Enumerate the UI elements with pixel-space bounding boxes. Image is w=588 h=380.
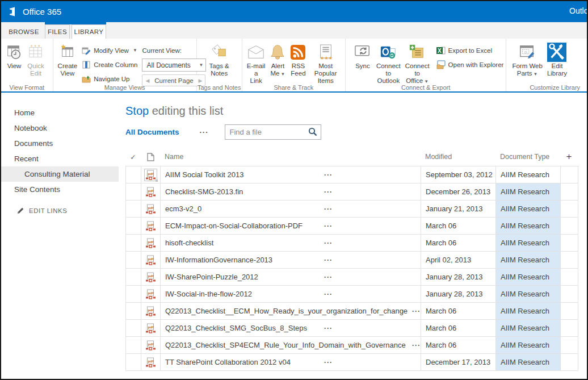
modify-view-button[interactable]: Modify View▼ — [82, 43, 137, 57]
tab-files[interactable]: FILES — [45, 24, 70, 39]
row-select-cell[interactable] — [126, 252, 141, 269]
file-name-cell[interactable]: IW-SharePoint-Puzzle_2012··· — [161, 269, 421, 286]
row-select-cell[interactable] — [126, 201, 141, 218]
row-select-cell[interactable] — [126, 183, 141, 201]
open-menu-ellipsis[interactable]: ··· — [324, 239, 333, 247]
file-name-cell[interactable]: hisoft-checklist··· — [161, 235, 421, 252]
open-menu-ellipsis[interactable]: ··· — [324, 290, 333, 298]
table-row[interactable]: pdfecm3-v2_0···January 21, 2013AIIM Rese… — [126, 201, 579, 218]
modified-column-header[interactable]: Modified — [421, 153, 495, 161]
open-menu-ellipsis[interactable]: ··· — [324, 205, 333, 213]
row-select-cell[interactable] — [126, 235, 141, 252]
file-type-cell[interactable]: pdf — [141, 354, 161, 371]
table-row[interactable]: pdfAIIM Social Toolkit 2013···September … — [126, 166, 579, 183]
file-type-cell[interactable]: pdf — [141, 337, 161, 354]
doc-type-cell[interactable]: AIIM Research — [496, 337, 561, 354]
tab-library[interactable]: LIBRARY — [72, 24, 106, 39]
sync-button[interactable]: Sync — [351, 41, 374, 79]
file-type-cell[interactable]: pdf — [141, 303, 161, 320]
connect-to-office-button[interactable]: Connect toOffice▼ — [403, 41, 432, 79]
file-type-cell[interactable]: pdf — [141, 235, 161, 252]
file-type-cell[interactable]: pdf — [141, 286, 161, 303]
row-select-cell[interactable] — [126, 303, 141, 320]
file-name-cell[interactable]: Checklist-SMG-2013.fin··· — [161, 183, 421, 201]
office365-brand[interactable]: Office 365 — [9, 7, 61, 16]
tags-notes-button[interactable]: Tags &Notes — [207, 41, 232, 79]
view-options-ellipsis[interactable]: ··· — [200, 128, 209, 136]
row-select-cell[interactable] — [126, 337, 141, 354]
select-all-checkmark[interactable]: ✓ — [125, 153, 141, 161]
email-link-button[interactable]: E-mail aLink — [245, 41, 268, 79]
open-menu-ellipsis[interactable]: ··· — [324, 222, 333, 230]
file-name-cell[interactable]: ECM-Impact-on-Social-Collaboration-PDF··… — [161, 218, 421, 235]
add-column-button[interactable]: + — [560, 151, 578, 162]
stop-editing-link[interactable]: Stop editing this list — [125, 105, 587, 118]
open-menu-ellipsis[interactable]: ··· — [324, 273, 333, 281]
doc-type-cell[interactable]: AIIM Research — [496, 252, 561, 269]
table-row[interactable]: pdfQ22013_Checklist_SP4ECM_Rule_Your_Inf… — [126, 337, 579, 354]
table-row[interactable]: pdfIW-Social-in-the-flow-2012···January … — [126, 286, 579, 303]
most-popular-items-button[interactable]: ★★★ Most PopularItems — [308, 41, 342, 79]
open-menu-ellipsis[interactable]: ··· — [324, 188, 333, 196]
row-select-cell[interactable] — [126, 354, 141, 371]
table-row[interactable]: pdfIW-InformationGovernance-2013···April… — [126, 252, 579, 269]
file-name-cell[interactable]: ecm3-v2_0··· — [161, 201, 421, 218]
file-name-cell[interactable]: IW-InformationGovernance-2013··· — [161, 252, 421, 269]
file-type-column-header[interactable] — [141, 153, 160, 161]
outlook-link[interactable]: Outlook — [569, 6, 588, 15]
tab-browse[interactable]: BROWSE — [9, 24, 39, 39]
file-type-cell[interactable]: pdf — [141, 183, 161, 201]
sidebar-item-documents[interactable]: Documents — [1, 136, 119, 151]
create-view-button[interactable]: CreateView — [56, 41, 80, 79]
doc-type-cell[interactable]: AIIM Research — [496, 354, 561, 371]
doc-type-cell[interactable]: AIIM Research — [496, 201, 561, 218]
doc-type-cell[interactable]: AIIM Research — [496, 320, 561, 337]
sidebar-item-home[interactable]: Home — [1, 105, 119, 120]
row-select-cell[interactable] — [126, 166, 141, 183]
connect-to-outlook-button[interactable]: Connect toOutlook — [374, 41, 403, 79]
file-name-cell[interactable]: Q22013_Checklist_SP4ECM_Rule_Your_Info_D… — [161, 337, 421, 354]
doc-type-cell[interactable]: AIIM Research — [496, 269, 561, 286]
row-select-cell[interactable] — [126, 269, 141, 286]
row-select-cell[interactable] — [126, 320, 141, 337]
doc-type-cell[interactable]: AIIM Research — [496, 303, 561, 320]
edit-library-button[interactable]: EditLibrary — [545, 41, 569, 79]
sidebar-item-site-contents[interactable]: Site Contents — [1, 182, 119, 197]
edit-links-button[interactable]: EDIT LINKS — [1, 207, 119, 215]
file-type-cell[interactable]: pdf — [141, 166, 161, 183]
table-row[interactable]: pdfECM-Impact-on-Social-Collaboration-PD… — [126, 218, 579, 235]
sidebar-item-notebook[interactable]: Notebook — [1, 120, 119, 136]
table-row[interactable]: pdfTT SharePoint Collaboration 2012 v04·… — [126, 354, 579, 371]
file-type-cell[interactable]: pdf — [141, 269, 161, 286]
file-name-cell[interactable]: TT SharePoint Collaboration 2012 v04··· — [161, 354, 421, 371]
search-input[interactable] — [225, 128, 345, 136]
rss-feed-button[interactable]: RSSFeed — [288, 41, 308, 79]
file-type-cell[interactable]: pdf — [141, 320, 161, 337]
doc-type-cell[interactable]: AIIM Research — [496, 218, 561, 235]
quick-edit-button[interactable]: QuickEdit — [25, 41, 47, 79]
file-name-cell[interactable]: IW-Social-in-the-flow-2012··· — [161, 286, 421, 303]
file-type-cell[interactable]: pdf — [141, 201, 161, 218]
sidebar-item-consulting-material[interactable]: Consulting Material — [1, 166, 119, 182]
doc-type-cell[interactable]: AIIM Research — [496, 183, 561, 201]
doc-type-cell[interactable]: AIIM Research — [496, 235, 561, 252]
previous-page-icon[interactable]: ◀ — [145, 78, 149, 83]
file-name-cell[interactable]: Q22013_Checklist__ECM_How_Ready_is_your_… — [161, 303, 421, 320]
table-row[interactable]: pdfhisoft-checklist···March 06AIIM Resea… — [126, 235, 579, 252]
table-row[interactable]: pdfChecklist-SMG-2013.fin···December 26,… — [126, 183, 579, 201]
row-select-cell[interactable] — [126, 286, 141, 303]
table-row[interactable]: pdfQ22013_Checklist_SMG_SocBus_8_Steps··… — [126, 320, 579, 337]
open-menu-ellipsis[interactable]: ··· — [324, 358, 333, 366]
file-name-cell[interactable]: Q22013_Checklist_SMG_SocBus_8_Steps··· — [161, 320, 421, 337]
open-menu-ellipsis[interactable]: ··· — [412, 341, 421, 349]
export-to-excel-button[interactable]: X Export to Excel — [436, 43, 504, 57]
open-with-explorer-button[interactable]: Open with Explorer — [436, 57, 504, 72]
row-select-cell[interactable] — [126, 218, 141, 235]
open-menu-ellipsis[interactable]: ··· — [324, 324, 333, 332]
file-type-cell[interactable]: pdf — [141, 252, 161, 269]
form-web-parts-button[interactable]: :O: Form WebParts▼ — [510, 41, 544, 79]
search-icon[interactable] — [308, 127, 317, 136]
open-menu-ellipsis[interactable]: ··· — [324, 256, 333, 264]
sidebar-item-recent[interactable]: Recent — [1, 151, 119, 166]
table-row[interactable]: pdfQ22013_Checklist__ECM_How_Ready_is_yo… — [126, 303, 579, 320]
